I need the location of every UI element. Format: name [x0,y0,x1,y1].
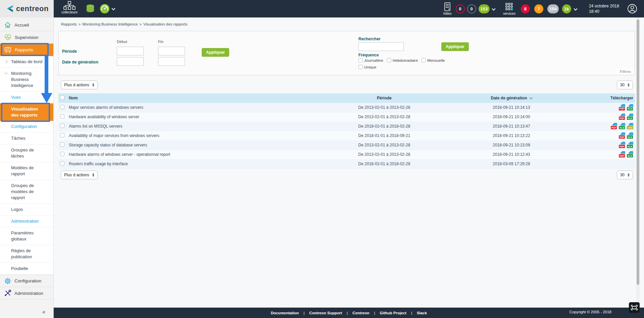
centreon-logo[interactable]: centreon [0,0,54,17]
download-pdf-icon[interactable]: PDF [618,104,625,111]
column-header-periode[interactable]: Période [320,93,448,103]
row-checkbox[interactable] [60,124,64,128]
download-pdf-icon[interactable]: PDF [618,142,625,148]
download-pdf-icon[interactable]: PDF [618,151,625,158]
gauge-status-icon[interactable] [100,4,110,14]
column-header-telecharger: Télécharger [575,93,635,103]
footer-link[interactable]: Centreon [352,311,369,315]
report-name[interactable]: Alarms list on MSSQL servers [67,122,320,131]
logo-text: centreon [16,4,49,13]
sidebar-subitem[interactable]: Monitoring Business Intelligence [0,68,53,92]
pollers-menu[interactable]: collecteurs [59,1,80,14]
periode-fin-input[interactable] [158,47,185,55]
chevron-down-icon[interactable] [111,6,115,10]
sidebar-subitem[interactable]: Groupes de tâches [0,144,53,162]
more-actions-select-bottom[interactable]: Plus d actions [61,171,98,179]
page-size-select[interactable]: 30 [617,81,633,89]
breadcrumb-link[interactable]: Visualisation des rapports [143,22,187,26]
sidebar-subitem[interactable]: Modèles de rapport [0,162,53,180]
hosts-up-badge[interactable]: 153 [479,4,490,13]
hosts-unreachable-badge[interactable]: 0 [467,4,476,13]
services-warning-badge[interactable]: 7 [534,4,543,13]
sidebar-item-accueil[interactable]: Accueil [0,19,53,31]
sidebar-collapse-button[interactable]: « [42,309,45,315]
fullscreen-button[interactable] [629,302,640,313]
select-all-checkbox[interactable] [60,95,64,100]
report-name[interactable]: Storage capacity status of database serv… [67,140,320,150]
sidebar-subitem[interactable]: Paramètres globaux [0,227,53,245]
periode-debut-input[interactable] [117,47,144,55]
download-pdf-icon[interactable]: PDF [618,132,625,139]
sidebar-subitem[interactable]: Administration [0,216,53,227]
user-avatar-icon[interactable] [627,4,637,14]
generation-debut-input[interactable] [117,57,144,66]
column-header-generation[interactable]: Date de génération [448,93,575,103]
download-xls-icon[interactable]: XLS [618,123,625,130]
row-checkbox[interactable] [60,105,64,109]
frequency-checkbox[interactable] [387,58,391,62]
sidebar-subitem[interactable]: Tâches [0,133,53,144]
apply-period-button[interactable]: Appliquer [202,48,229,57]
frequency-checkbox[interactable] [358,65,363,69]
page-size-select-bottom[interactable]: 30 [617,171,633,179]
generation-date-label: Date de génération [62,60,98,64]
hosts-down-badge[interactable]: 0 [456,4,465,13]
row-checkbox[interactable] [60,142,64,147]
download-pdf-icon[interactable]: PDF [618,113,625,120]
chevron-down-icon[interactable] [574,7,577,10]
chevron-down-icon[interactable] [492,7,496,10]
frequency-checkbox[interactable] [422,58,426,62]
sidebar-item-administration[interactable]: Administration [0,287,53,300]
download-xls-icon[interactable]: XLS [627,132,633,139]
report-name[interactable]: Major services alarms of windows servers [67,103,320,112]
sidebar-subitem[interactable]: Poubelle [0,263,53,275]
search-input[interactable] [358,42,404,51]
column-header-nom[interactable]: Nom [67,93,320,103]
sidebar-item-rapports[interactable]: Rapports [0,44,53,56]
report-generated-date: 2018-09-21 10:13:22 [448,131,575,140]
row-checkbox[interactable] [60,161,64,166]
report-name[interactable]: Availability of major services from wind… [67,131,320,140]
services-unknown-badge[interactable]: 104 [547,4,559,13]
row-checkbox[interactable] [60,152,64,156]
row-checkbox[interactable] [60,133,64,137]
sidebar-subitem[interactable]: Règles de publication [0,245,53,263]
report-name[interactable]: Routers traffic usage by interface [67,159,320,169]
sidebar-item-configuration[interactable]: Configuration [0,275,53,287]
sidebar-subitem[interactable]: Groupes de modèles de rapport [0,180,53,204]
services-ok-badge[interactable]: 1k [562,4,571,13]
download-pdf-icon[interactable]: PDF [610,123,617,130]
frequency-checkbox[interactable] [358,58,363,62]
home-icon [4,21,11,29]
download-xls-icon[interactable]: XLS [627,151,633,158]
footer-link[interactable]: Github Project [380,311,406,315]
breadcrumb-link[interactable]: Monitoring Business Intelligence [82,22,138,26]
scrollbar-thumb[interactable] [637,19,639,285]
more-actions-select[interactable]: Plus d actions [61,81,98,89]
sidebar-item-supervision[interactable]: Supervision [0,31,53,44]
sidebar-subitem[interactable]: Configuration [0,121,53,133]
download-ods-icon[interactable]: ODS [627,123,633,130]
row-checkbox[interactable] [60,114,64,119]
generation-fin-input[interactable] [158,57,185,66]
sidebar-subitem[interactable]: Vues [0,92,53,103]
database-status-icon[interactable] [85,4,95,14]
services-critical-badge[interactable]: 8 [521,4,530,13]
report-name[interactable]: Hardware alarms of windows server - oper… [67,150,320,159]
download-xls-icon[interactable]: XLS [627,104,633,111]
sidebar-subitem-label: Administration [11,219,39,224]
download-xls-icon[interactable]: XLS [627,142,633,148]
sidebar-subitem[interactable]: Visualisation des rapports [0,103,53,121]
footer-link[interactable]: Documentation [271,311,299,315]
services-status[interactable]: services [503,2,515,15]
hosts-status[interactable]: hôtes [443,2,451,15]
footer-link[interactable]: Centreon Support [309,311,342,315]
apply-search-button[interactable]: Appliquer [441,42,469,51]
footer-link[interactable]: Slack [417,311,427,315]
download-xls-icon[interactable]: XLS [627,113,633,120]
sidebar-subitem[interactable]: Logos [0,204,53,216]
sidebar-subitem[interactable]: Tableau de bord [0,56,53,68]
report-name[interactable]: Hardware availability of windows server [67,112,320,122]
clock: 24 octobre 2018 18:40 [589,3,619,14]
breadcrumb-link[interactable]: Rapports [61,22,77,26]
